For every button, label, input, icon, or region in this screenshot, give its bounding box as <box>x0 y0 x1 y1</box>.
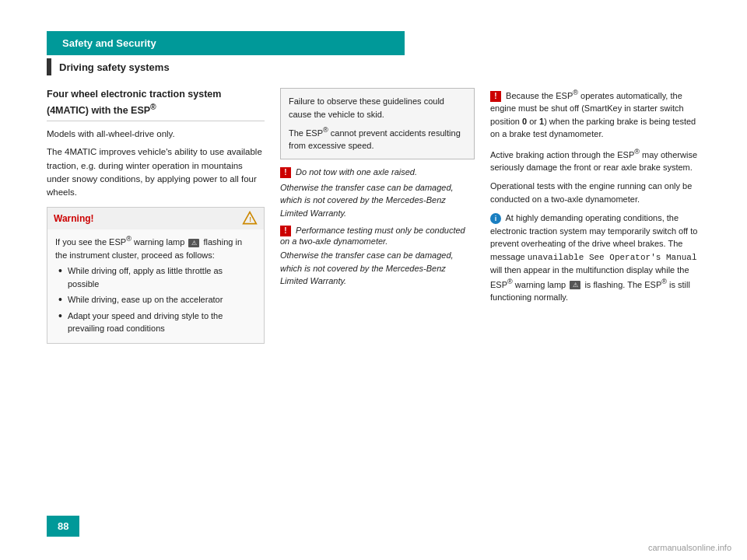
bullet-list: While driving off, apply as little throt… <box>55 264 256 335</box>
bullet-item: Adapt your speed and driving style to th… <box>55 310 256 335</box>
bullet-item: While driving, ease up on the accelerato… <box>55 293 256 306</box>
bullet-item: While driving off, apply as little throt… <box>55 264 256 290</box>
para1: Models with all-wheel-drive only. <box>47 128 265 141</box>
warning-icon-r1: ! <box>490 91 501 102</box>
section-header: Safety and Security <box>47 31 405 55</box>
warning-box: Warning! ! If you see the ESP® warning l… <box>47 207 265 343</box>
left-column: Four wheel electronic traction system (4… <box>47 88 265 348</box>
lamp-warning-icon: ⚠ <box>188 239 199 247</box>
sub-header: Driving safety systems <box>47 58 747 75</box>
warning-icon-2: ! <box>280 226 291 236</box>
section-divider <box>47 121 265 121</box>
section-heading: Four wheel electronic traction system (4… <box>47 88 265 117</box>
warning-icon-1: ! <box>280 167 291 178</box>
right-para-1: ! Because the ESP® operates automaticall… <box>490 88 700 141</box>
page-number: 88 <box>47 516 79 537</box>
watermark: carmanualsonline.info <box>648 543 731 552</box>
mid-italic-2: Otherwise the transfer case can be damag… <box>280 249 475 288</box>
right-column: ! Because the ESP® operates automaticall… <box>490 88 700 348</box>
main-content: Four wheel electronic traction system (4… <box>47 88 700 348</box>
section-title: Safety and Security <box>62 37 156 49</box>
accent-bar <box>47 58 51 75</box>
right-para-2: Active braking action through the ESP® m… <box>490 147 700 174</box>
para2: The 4MATIC improves vehicle's ability to… <box>47 145 265 199</box>
right-para-4: i At highly demanding operating conditio… <box>490 212 700 303</box>
middle-column: Failure to observe these guidelines coul… <box>280 88 475 348</box>
mid-warning-2: ! Performance testing must only be condu… <box>280 226 475 246</box>
info-icon-r4: i <box>490 213 501 224</box>
warning-triangle-icon: ! <box>242 211 258 226</box>
notice-box-1: Failure to observe these guidelines coul… <box>280 88 475 159</box>
mid-italic-1: Otherwise the transfer case can be damag… <box>280 181 475 220</box>
warning-content: If you see the ESP® warning lamp ⚠ flash… <box>47 229 264 342</box>
mid-warning-1: ! Do not tow with one axle raised. <box>280 167 475 178</box>
lamp-icon-r4: ⚠ <box>570 281 580 289</box>
warning-header: Warning! ! <box>47 208 264 229</box>
sub-header-title: Driving safety systems <box>59 61 170 73</box>
right-para-3: Operational tests with the engine runnin… <box>490 180 700 205</box>
warning-title: Warning! <box>54 213 94 224</box>
svg-text:!: ! <box>249 216 251 224</box>
